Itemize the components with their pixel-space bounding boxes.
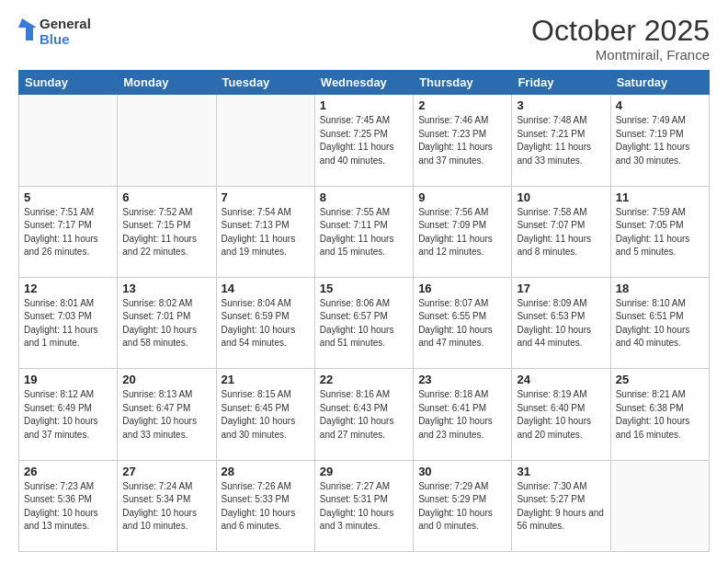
table-row — [19, 95, 118, 186]
day-number: 31 — [517, 465, 605, 478]
day-info: Sunrise: 7:58 AM Sunset: 7:07 PM Dayligh… — [517, 206, 605, 259]
day-info: Sunrise: 7:56 AM Sunset: 7:09 PM Dayligh… — [418, 206, 506, 259]
day-info: Sunrise: 7:24 AM Sunset: 5:34 PM Dayligh… — [122, 480, 210, 534]
day-info: Sunrise: 7:26 AM Sunset: 5:33 PM Dayligh… — [222, 480, 310, 534]
day-info: Sunrise: 8:13 AM Sunset: 6:47 PM Dayligh… — [122, 388, 210, 442]
day-info: Sunrise: 7:59 AM Sunset: 7:05 PM Dayligh… — [616, 206, 704, 259]
table-row: 21Sunrise: 8:15 AM Sunset: 6:45 PM Dayli… — [216, 369, 314, 460]
header: General Blue October 2025 Montmirail, Fr… — [18, 15, 710, 63]
day-info: Sunrise: 7:46 AM Sunset: 7:23 PM Dayligh… — [418, 114, 506, 167]
logo: General Blue — [18, 15, 91, 48]
col-monday: Monday — [118, 71, 216, 95]
calendar-table: Sunday Monday Tuesday Wednesday Thursday… — [18, 70, 710, 552]
title-block: October 2025 Montmirail, France — [531, 15, 710, 63]
day-number: 10 — [517, 190, 605, 204]
table-row: 20Sunrise: 8:13 AM Sunset: 6:47 PM Dayli… — [118, 369, 216, 460]
table-row: 3Sunrise: 7:48 AM Sunset: 7:21 PM Daylig… — [512, 95, 610, 186]
day-info: Sunrise: 8:06 AM Sunset: 6:57 PM Dayligh… — [320, 297, 408, 350]
day-number: 24 — [517, 373, 605, 386]
day-number: 25 — [616, 373, 704, 386]
day-number: 30 — [418, 465, 506, 478]
table-row: 12Sunrise: 8:01 AM Sunset: 7:03 PM Dayli… — [19, 277, 118, 368]
day-number: 27 — [122, 465, 210, 478]
day-info: Sunrise: 7:45 AM Sunset: 7:25 PM Dayligh… — [320, 114, 408, 167]
table-row: 13Sunrise: 8:02 AM Sunset: 7:01 PM Dayli… — [118, 277, 216, 368]
day-info: Sunrise: 8:01 AM Sunset: 7:03 PM Dayligh… — [24, 297, 112, 350]
day-info: Sunrise: 8:18 AM Sunset: 6:41 PM Dayligh… — [418, 388, 506, 442]
table-row: 9Sunrise: 7:56 AM Sunset: 7:09 PM Daylig… — [414, 186, 512, 277]
table-row: 1Sunrise: 7:45 AM Sunset: 7:25 PM Daylig… — [314, 95, 413, 186]
col-thursday: Thursday — [414, 71, 512, 95]
table-row — [118, 95, 216, 186]
day-number: 23 — [418, 373, 506, 386]
table-row: 10Sunrise: 7:58 AM Sunset: 7:07 PM Dayli… — [512, 186, 610, 277]
day-number: 20 — [122, 373, 210, 386]
day-number: 19 — [24, 373, 112, 386]
col-wednesday: Wednesday — [314, 71, 413, 95]
table-row: 5Sunrise: 7:51 AM Sunset: 7:17 PM Daylig… — [19, 186, 118, 277]
logo-blue: Blue — [40, 31, 91, 47]
day-number: 7 — [222, 190, 310, 204]
table-row: 17Sunrise: 8:09 AM Sunset: 6:53 PM Dayli… — [512, 277, 610, 368]
day-number: 14 — [222, 282, 310, 295]
day-number: 13 — [122, 282, 210, 295]
logo-general: General — [40, 16, 91, 31]
col-saturday: Saturday — [610, 71, 709, 95]
table-row: 31Sunrise: 7:30 AM Sunset: 5:27 PM Dayli… — [512, 460, 610, 551]
day-info: Sunrise: 7:52 AM Sunset: 7:15 PM Dayligh… — [122, 206, 210, 259]
col-tuesday: Tuesday — [216, 71, 314, 95]
day-number: 6 — [122, 190, 210, 204]
table-row: 19Sunrise: 8:12 AM Sunset: 6:49 PM Dayli… — [19, 369, 118, 460]
week-row-2: 12Sunrise: 8:01 AM Sunset: 7:03 PM Dayli… — [19, 277, 710, 368]
table-row: 7Sunrise: 7:54 AM Sunset: 7:13 PM Daylig… — [216, 186, 314, 277]
day-info: Sunrise: 7:27 AM Sunset: 5:31 PM Dayligh… — [320, 480, 408, 534]
page: General Blue October 2025 Montmirail, Fr… — [0, 0, 728, 563]
day-number: 29 — [320, 465, 408, 478]
day-info: Sunrise: 8:02 AM Sunset: 7:01 PM Dayligh… — [122, 297, 210, 350]
col-friday: Friday — [512, 71, 610, 95]
day-number: 5 — [24, 190, 112, 204]
day-info: Sunrise: 8:04 AM Sunset: 6:59 PM Dayligh… — [222, 297, 310, 350]
day-info: Sunrise: 8:16 AM Sunset: 6:43 PM Dayligh… — [320, 388, 408, 442]
day-number: 18 — [616, 282, 704, 295]
calendar-header-row: Sunday Monday Tuesday Wednesday Thursday… — [19, 71, 710, 95]
day-number: 12 — [24, 282, 112, 295]
day-info: Sunrise: 7:30 AM Sunset: 5:27 PM Dayligh… — [517, 480, 605, 534]
week-row-4: 26Sunrise: 7:23 AM Sunset: 5:36 PM Dayli… — [19, 460, 710, 551]
day-info: Sunrise: 8:15 AM Sunset: 6:45 PM Dayligh… — [222, 388, 310, 442]
day-number: 1 — [320, 98, 408, 112]
week-row-0: 1Sunrise: 7:45 AM Sunset: 7:25 PM Daylig… — [19, 95, 710, 186]
table-row: 11Sunrise: 7:59 AM Sunset: 7:05 PM Dayli… — [610, 186, 709, 277]
week-row-1: 5Sunrise: 7:51 AM Sunset: 7:17 PM Daylig… — [19, 186, 710, 277]
table-row: 24Sunrise: 8:19 AM Sunset: 6:40 PM Dayli… — [512, 369, 610, 460]
table-row: 18Sunrise: 8:10 AM Sunset: 6:51 PM Dayli… — [610, 277, 709, 368]
table-row: 22Sunrise: 8:16 AM Sunset: 6:43 PM Dayli… — [314, 369, 413, 460]
day-number: 2 — [418, 98, 506, 112]
day-info: Sunrise: 7:23 AM Sunset: 5:36 PM Dayligh… — [24, 480, 112, 534]
day-number: 3 — [517, 98, 605, 112]
day-number: 21 — [222, 373, 310, 386]
day-info: Sunrise: 8:09 AM Sunset: 6:53 PM Dayligh… — [517, 297, 605, 350]
location: Montmirail, France — [531, 47, 710, 63]
day-number: 15 — [320, 282, 408, 295]
day-number: 4 — [616, 98, 704, 112]
day-number: 22 — [320, 373, 408, 386]
col-sunday: Sunday — [19, 71, 118, 95]
day-number: 8 — [320, 190, 408, 204]
day-info: Sunrise: 7:29 AM Sunset: 5:29 PM Dayligh… — [418, 480, 506, 534]
table-row: 16Sunrise: 8:07 AM Sunset: 6:55 PM Dayli… — [414, 277, 512, 368]
table-row: 6Sunrise: 7:52 AM Sunset: 7:15 PM Daylig… — [118, 186, 216, 277]
day-number: 28 — [222, 465, 310, 478]
day-info: Sunrise: 7:49 AM Sunset: 7:19 PM Dayligh… — [616, 114, 704, 167]
day-info: Sunrise: 8:10 AM Sunset: 6:51 PM Dayligh… — [616, 297, 704, 350]
logo-bird-icon — [18, 15, 37, 48]
month-title: October 2025 — [531, 15, 710, 47]
table-row: 27Sunrise: 7:24 AM Sunset: 5:34 PM Dayli… — [118, 460, 216, 551]
table-row: 28Sunrise: 7:26 AM Sunset: 5:33 PM Dayli… — [216, 460, 314, 551]
day-info: Sunrise: 7:54 AM Sunset: 7:13 PM Dayligh… — [222, 206, 310, 259]
day-number: 11 — [616, 190, 704, 204]
table-row: 23Sunrise: 8:18 AM Sunset: 6:41 PM Dayli… — [414, 369, 512, 460]
table-row: 4Sunrise: 7:49 AM Sunset: 7:19 PM Daylig… — [610, 95, 709, 186]
day-info: Sunrise: 8:07 AM Sunset: 6:55 PM Dayligh… — [418, 297, 506, 350]
table-row — [216, 95, 314, 186]
